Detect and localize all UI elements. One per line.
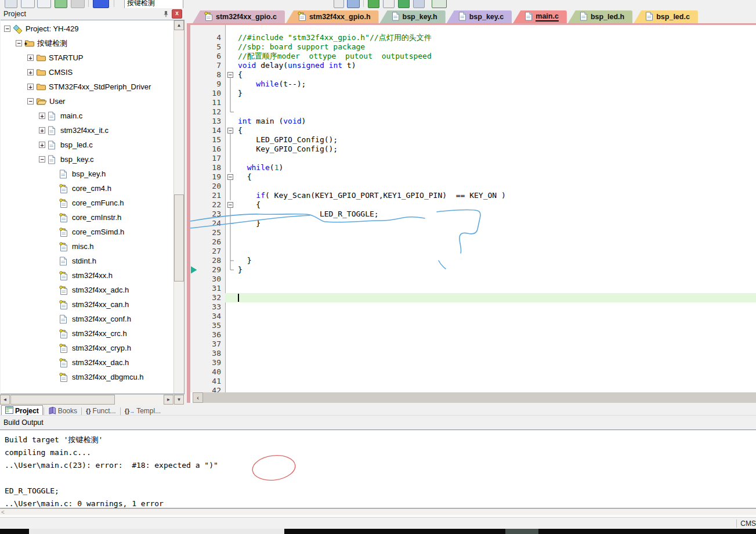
breakpoint-margin[interactable]: [190, 210, 198, 219]
fold-collapse-icon[interactable]: [225, 126, 236, 135]
collapse-expander-icon[interactable]: −: [27, 98, 34, 104]
tree-item--[interactable]: −*按键检测: [1, 36, 174, 50]
code-line-13[interactable]: 13int main (void): [190, 117, 756, 126]
document-tab-bsp_key.c[interactable]: bsp_key.c: [447, 10, 512, 23]
breakpoint-margin[interactable]: [190, 284, 198, 293]
code-line-10[interactable]: 10}: [190, 89, 756, 98]
scroll-left-button[interactable]: ◄: [0, 395, 10, 405]
tree-item-STM32F4xx_StdPeriph_Driver[interactable]: +STM32F4xx_StdPeriph_Driver: [1, 80, 174, 94]
code-line-42[interactable]: 42: [190, 386, 756, 392]
code-line-22[interactable]: 22 {: [190, 200, 756, 210]
project-tree[interactable]: −Project: YH-429−*按键检测+STARTUP+CMSIS+STM…: [1, 21, 174, 394]
options-for-target-icon[interactable]: [55, 0, 67, 8]
scroll-left-button[interactable]: ‹: [193, 392, 203, 403]
code-line-19[interactable]: 19 {: [190, 172, 756, 182]
fold-collapse-icon[interactable]: [225, 200, 236, 210]
code-line-30[interactable]: 30: [190, 275, 756, 284]
tree-item-bsp_led.c[interactable]: +bsp_led.c: [1, 138, 174, 152]
expand-expander-icon[interactable]: +: [27, 55, 34, 61]
scroll-right-button[interactable]: ►: [164, 395, 173, 405]
expand-expander-icon[interactable]: +: [39, 142, 45, 148]
breakpoint-margin[interactable]: [190, 330, 198, 340]
collapse-expander-icon[interactable]: −: [39, 156, 45, 163]
breakpoint-margin[interactable]: [190, 182, 198, 191]
project-window-icon[interactable]: [368, 0, 379, 8]
tree-item-core_cmSimd.h[interactable]: core_cmSimd.h: [1, 225, 174, 239]
document-tab-bsp_key.h[interactable]: bsp_key.h: [380, 10, 446, 23]
pack-installer-icon[interactable]: [432, 0, 447, 8]
target-select-dropdown[interactable]: 按键检测: [124, 0, 183, 8]
breakpoint-margin[interactable]: [190, 293, 198, 302]
breakpoint-margin[interactable]: [190, 349, 198, 358]
breakpoint-margin[interactable]: [190, 386, 198, 392]
tree-item-stm32f4xx_cryp.h[interactable]: stm32f4xx_cryp.h: [1, 341, 174, 355]
breakpoint-margin[interactable]: [190, 154, 198, 163]
tree-item-stdint.h[interactable]: stdint.h: [1, 254, 174, 268]
expand-expander-icon[interactable]: +: [39, 127, 45, 134]
code-line-41[interactable]: 41: [190, 377, 756, 386]
code-line-36[interactable]: 36: [190, 330, 756, 340]
breakpoint-margin[interactable]: [190, 70, 198, 80]
breakpoint-margin[interactable]: [190, 275, 198, 284]
breakpoint-margin[interactable]: [190, 126, 198, 135]
breakpoint-margin[interactable]: [190, 107, 198, 117]
taskbar-button[interactable]: [29, 529, 284, 534]
translate-icon[interactable]: [5, 0, 17, 8]
code-line-28[interactable]: 28 }: [190, 256, 756, 265]
code-line-11[interactable]: 11: [190, 98, 756, 107]
breakpoint-margin[interactable]: [190, 191, 198, 200]
code-line-33[interactable]: 33: [190, 302, 756, 312]
project-tree-vertical-scrollbar[interactable]: ▲: [173, 20, 184, 394]
expand-expander-icon[interactable]: +: [39, 113, 45, 119]
code-line-20[interactable]: 20: [190, 182, 756, 191]
debug-session-icon[interactable]: [93, 0, 109, 8]
breakpoint-margin[interactable]: [190, 98, 198, 107]
horizontal-scroll-thumb[interactable]: [10, 395, 115, 405]
code-line-15[interactable]: 15 LED_GPIO_Config();: [190, 135, 756, 145]
code-line-21[interactable]: 21 if( Key_Scan(KEY1_GPIO_PORT,KEY1_GPIO…: [190, 191, 756, 200]
code-line-31[interactable]: 31: [190, 284, 756, 293]
find-in-files-icon[interactable]: [347, 0, 360, 8]
books-window-icon[interactable]: [383, 0, 395, 8]
code-line-29[interactable]: 29}: [190, 265, 756, 275]
code-line-38[interactable]: 38: [190, 349, 756, 358]
document-tab-bsp_led.h[interactable]: bsp_led.h: [568, 10, 632, 23]
code-line-24[interactable]: 24 }: [190, 219, 756, 228]
code-line-14[interactable]: 14{: [190, 126, 756, 135]
breakpoint-margin[interactable]: [190, 312, 198, 321]
breakpoint-margin[interactable]: [190, 256, 198, 265]
code-line-32[interactable]: 32: [190, 293, 756, 302]
code-line-5[interactable]: 5//sbp: board support package: [190, 42, 756, 52]
window-icon[interactable]: [334, 0, 344, 8]
breakpoint-margin[interactable]: [190, 247, 198, 256]
tree-item-core_cmInstr.h[interactable]: core_cmInstr.h: [1, 210, 174, 225]
taskbar-button[interactable]: [505, 529, 538, 534]
templates-window-icon[interactable]: [413, 0, 425, 8]
code-line-23[interactable]: 23 LED_R_TOGGLE;: [190, 210, 756, 219]
flash-erase-icon[interactable]: [71, 0, 85, 8]
expand-expander-icon[interactable]: +: [27, 69, 34, 75]
breakpoint-margin[interactable]: [190, 135, 198, 145]
tree-item-core_cmFunc.h[interactable]: core_cmFunc.h: [1, 196, 174, 210]
tree-item-stm32f4xx_dbgmcu.h[interactable]: stm32f4xx_dbgmcu.h: [1, 370, 174, 384]
code-editor[interactable]: 4//#include "stm32f4xx_gpio.h"//点灯用的头文件5…: [190, 25, 756, 392]
tree-item-stm32f4xx_conf.h[interactable]: stm32f4xx_conf.h: [1, 312, 174, 326]
tree-item-CMSIS[interactable]: +CMSIS: [1, 65, 174, 80]
collapse-expander-icon[interactable]: −: [16, 40, 22, 46]
tree-item-stm32f4xx_dac.h[interactable]: stm32f4xx_dac.h: [1, 355, 174, 370]
breakpoint-margin[interactable]: [190, 377, 198, 386]
project-tree-horizontal-scrollbar[interactable]: ◄ ► ▼: [0, 394, 185, 405]
code-line-7[interactable]: 7void delay(unsigned int t): [190, 61, 756, 70]
breakpoint-margin[interactable]: [190, 117, 198, 126]
tree-item-STARTUP[interactable]: +STARTUP: [1, 50, 174, 65]
build-output-log[interactable]: Build target '按键检测'compiling main.c.....…: [0, 430, 756, 508]
document-tab-bsp_led.c[interactable]: bsp_led.c: [634, 10, 698, 23]
tree-item-main.c[interactable]: +main.c: [1, 109, 174, 123]
code-line-35[interactable]: 35: [190, 321, 756, 330]
tree-item-User[interactable]: −User: [1, 94, 174, 109]
code-line-37[interactable]: 37: [190, 340, 756, 349]
tree-item-Project-YH-429[interactable]: −Project: YH-429: [1, 21, 174, 36]
breakpoint-margin[interactable]: [190, 145, 198, 154]
breakpoint-margin[interactable]: [190, 302, 198, 312]
breakpoint-margin[interactable]: [190, 237, 198, 247]
